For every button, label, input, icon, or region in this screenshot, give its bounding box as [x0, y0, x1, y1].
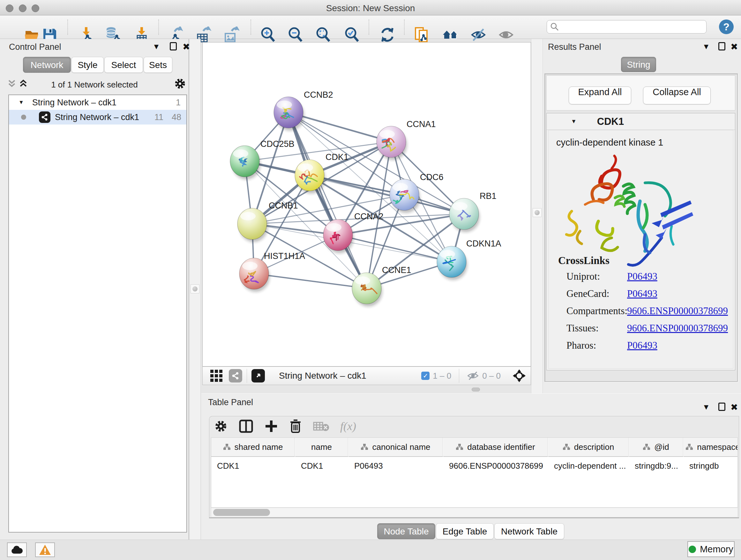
control-panel-close-icon[interactable]: ✖	[183, 42, 190, 52]
crosslink-link[interactable]: P06493	[627, 340, 657, 351]
table-cell[interactable]: cyclin-dependent ...	[548, 457, 629, 474]
horizontal-splitter-handle[interactable]	[472, 388, 480, 391]
zoom-fit-icon[interactable]	[315, 26, 332, 43]
delete-column-icon[interactable]	[289, 419, 302, 434]
network-node[interactable]	[352, 273, 382, 307]
network-collection-row[interactable]: ▼ String Network – cdk1 1	[9, 95, 186, 110]
left-splitter[interactable]	[189, 39, 201, 540]
selected-count-checkbox[interactable]: ✓	[421, 372, 429, 380]
results-panel-float-menu-icon[interactable]: ▼	[702, 42, 710, 51]
table-gear-icon[interactable]	[214, 419, 228, 433]
toolbar-separator	[158, 19, 159, 35]
tab-node-table[interactable]: Node Table	[377, 523, 435, 539]
table-cell[interactable]: CDK1	[211, 457, 295, 474]
network-node[interactable]	[377, 126, 407, 160]
refresh-icon[interactable]	[379, 26, 396, 43]
fit-content-crosshair-icon[interactable]	[512, 369, 526, 383]
tab-network-table[interactable]: Network Table	[494, 523, 564, 539]
results-panel-float-icon[interactable]	[718, 42, 725, 51]
table-cell[interactable]: stringdb:9...	[629, 457, 683, 474]
crosslink-link[interactable]: P06493	[627, 271, 657, 282]
warning-icon	[39, 544, 51, 556]
expand-all-button[interactable]: Expand All	[569, 86, 631, 105]
collection-expander-icon[interactable]: ▼	[18, 99, 24, 106]
network-edge[interactable]	[288, 112, 367, 288]
table-horizontal-scrollbar[interactable]	[211, 508, 738, 517]
tab-select[interactable]: Select	[105, 57, 143, 73]
show-all-icon[interactable]	[498, 26, 515, 43]
table-panel-float-menu-icon[interactable]: ▼	[702, 402, 710, 412]
crosslink-label: Uniprot:	[566, 271, 600, 282]
network-node[interactable]	[230, 145, 260, 179]
show-columns-icon[interactable]	[239, 419, 253, 433]
memory-button[interactable]: Memory	[687, 541, 735, 557]
column-header-canonical-name[interactable]: canonical name	[348, 438, 443, 457]
warning-button[interactable]	[35, 543, 55, 557]
zoom-in-icon[interactable]	[260, 26, 276, 43]
duplicate-network-icon[interactable]	[414, 26, 430, 43]
column-header-name[interactable]: name	[295, 438, 348, 457]
network-panel-gear-icon[interactable]	[174, 77, 186, 90]
crosslink-link[interactable]: P06493	[627, 288, 657, 300]
birds-eye-view-icon[interactable]	[252, 369, 265, 382]
table-cell[interactable]: 9606.ENSP00000378699	[443, 457, 548, 474]
results-panel-close-icon[interactable]: ✖	[731, 42, 738, 52]
function-builder-icon[interactable]: f(x)	[340, 420, 356, 433]
network-node[interactable]	[437, 246, 467, 280]
hide-selected-icon[interactable]	[470, 26, 487, 43]
table-cell[interactable]: P06493	[348, 457, 443, 474]
zoom-selected-icon[interactable]	[344, 26, 360, 43]
crosslink-label: GeneCard:	[566, 288, 609, 300]
network-node[interactable]	[390, 179, 420, 213]
table-panel-float-icon[interactable]	[718, 402, 725, 411]
table-cell[interactable]: stringdb	[684, 457, 738, 474]
protein-structure-image	[561, 154, 695, 269]
network-node-count: 11	[154, 112, 163, 122]
column-namespace-icon	[456, 443, 463, 450]
string-view-icon[interactable]	[229, 369, 242, 382]
zoom-out-icon[interactable]	[287, 26, 304, 43]
crosslink-label: Tissues:	[566, 322, 599, 334]
left-splitter-handle[interactable]	[191, 285, 199, 294]
column-header-database-identifier[interactable]: database identifier	[443, 438, 548, 457]
node-section-header[interactable]: ▼ CDK1	[547, 113, 735, 130]
network-node[interactable]	[274, 97, 304, 131]
export-image-icon[interactable]	[223, 26, 239, 43]
tab-edge-table[interactable]: Edge Table	[436, 523, 494, 539]
network-edge[interactable]	[338, 235, 452, 262]
search-input[interactable]	[547, 20, 706, 34]
grid-view-icon[interactable]	[210, 369, 223, 382]
crosslink-link[interactable]: 9606.ENSP00000378699	[627, 305, 728, 317]
section-expander-icon[interactable]: ▼	[571, 118, 577, 125]
network-row[interactable]: String Network – cdk1 11 48	[9, 110, 186, 125]
window-title: Session: New Session	[0, 3, 741, 13]
column-header-shared-name[interactable]: shared name	[211, 438, 295, 457]
crosslink-link[interactable]: 9606.ENSP00000378699	[627, 322, 728, 334]
right-splitter-handle[interactable]	[533, 208, 542, 217]
control-panel: Control Panel ▼ ✖ Network Style Select S…	[0, 39, 189, 540]
column-header-description[interactable]: description	[548, 438, 629, 457]
first-neighbors-icon[interactable]	[442, 26, 459, 43]
column-namespace-icon	[685, 443, 693, 450]
network-node[interactable]	[295, 160, 325, 193]
delete-table-icon[interactable]	[313, 420, 329, 433]
cloud-button[interactable]	[7, 543, 27, 557]
tab-style[interactable]: Style	[71, 57, 104, 73]
control-panel-float-menu-icon[interactable]: ▼	[152, 42, 160, 51]
tab-string[interactable]: String	[621, 57, 656, 72]
tab-network[interactable]: Network	[23, 57, 71, 73]
column-header-namespace[interactable]: namespace	[684, 438, 738, 457]
create-column-icon[interactable]	[264, 419, 278, 433]
network-canvas[interactable]: CCNB2CCNA1CDC25BCDK1CDC6RB1CCNB1CCNA2CDK…	[202, 42, 531, 367]
table-panel-close-icon[interactable]: ✖	[731, 402, 738, 413]
table-cell[interactable]: CDK1	[295, 457, 348, 474]
network-node[interactable]	[239, 258, 270, 292]
tab-sets[interactable]: Sets	[144, 57, 172, 73]
collapse-all-button[interactable]: Collapse All	[643, 86, 711, 105]
table-scrollbar-thumb[interactable]	[213, 509, 270, 516]
network-edge[interactable]	[254, 273, 367, 288]
network-node[interactable]	[449, 198, 480, 232]
column-header--id[interactable]: @id	[629, 438, 683, 457]
help-button[interactable]: ?	[719, 19, 734, 34]
control-panel-float-icon[interactable]	[170, 42, 177, 51]
